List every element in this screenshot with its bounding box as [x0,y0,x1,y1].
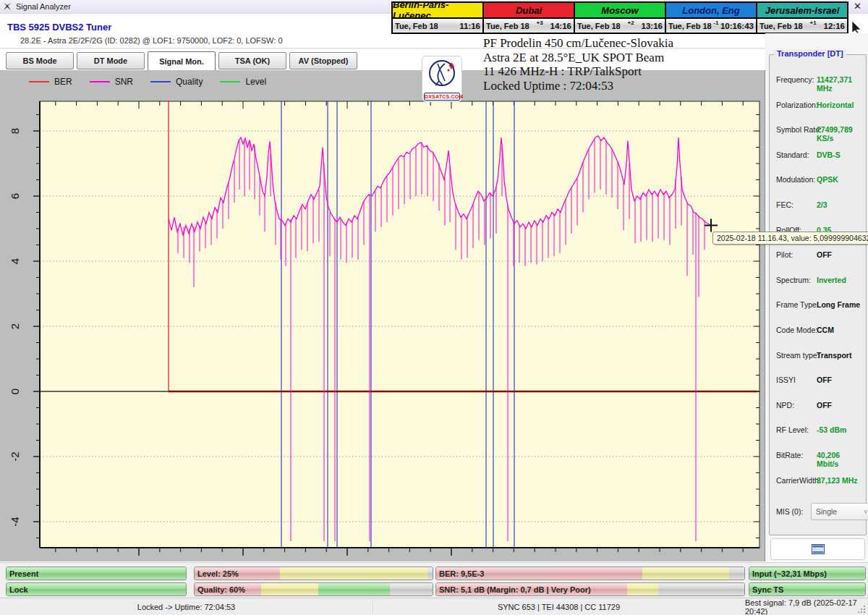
list-icon [812,544,825,554]
field-label: Symbol Rate: [776,125,822,134]
field-label: Stream type: [776,351,820,360]
overlay-line: Locked Uptime : 72:04:53 [483,79,673,93]
bar-lock: Lock [6,582,187,596]
field-label: Frame Type: [776,300,819,309]
bar-segment-yellow [627,583,658,595]
clock-city-label: Berlin-Paris-Lučenec [393,3,482,19]
field-label: FEC: [776,200,793,209]
field-value: OFF [817,376,832,384]
clock-utc-offset: -1 [712,20,720,26]
bar-ber: BER: 9,5E-3 [435,567,745,580]
clock-time: 14:16 [550,22,571,30]
svg-text:-4: -4 [9,517,21,526]
svg-text:4: 4 [9,258,21,264]
bar-segment-green [7,583,186,595]
signal-chart[interactable]: 86420-2-4 [0,70,765,561]
transponder-row: Spectrum:Inverted [776,276,861,284]
transponder-row: FEC:2/3 [776,200,861,209]
transponder-row: Frame Type:Long Frame [776,300,861,309]
tuner-name: TBS 5925 DVBS2 Tuner [7,22,111,33]
bar-label: Sync TS [752,583,783,595]
clock-panel[interactable]: DubaiTue, Feb 18+314:16 [482,1,575,34]
overlay-info: PF Prodelin 450 cm/Lučenec-SlovakiaAstra… [483,36,673,93]
bar-label: Present [9,567,38,580]
status-best-signal: Best signal: 7,9 dB (2025-02-17 20:42) [745,598,868,615]
transponder-row: ISSYIOFF [776,376,861,384]
field-value: 27499,789 KS/s [817,125,861,143]
bar-quality: Quality: 60% [194,582,433,596]
field-label: RF Level: [776,425,809,434]
mis-dropdown[interactable]: Single ∨ [811,503,868,520]
transponder-row: NPD:OFF [776,401,861,410]
chart-tooltip: 2025-02-18 11.16.43, value: 5,0999999046… [712,232,868,245]
field-label: Modulation: [776,175,815,184]
bar-level: Level: 25% [194,567,433,580]
dxsatcs-logo: DXSATCS.COM [422,56,462,102]
clock-date: Tue, Feb 18 [486,22,529,30]
mis-value: Single [816,507,837,516]
chevron-down-icon: ∨ [863,508,868,515]
field-value: OFF [817,250,832,259]
transponder-panel: MIS (0): Single ∨ Frequency:11427,371 MH… [769,54,867,535]
clock-utc-offset: +2 [621,20,642,26]
bar-segment-gray [390,583,433,595]
tab-dt-mode[interactable]: DT Mode [77,52,145,69]
transponder-row: CarrierWidth:37,123 MHz [776,476,861,485]
clock-panel[interactable]: Jerusalem-IsraelTue, Feb 18+112:16 [756,1,848,34]
clock-date: Tue, Feb 18 [577,22,621,30]
field-value: CCM [817,326,834,334]
transponder-row: Code Mode:CCM [776,326,861,334]
app-icon [3,2,12,11]
clock-panel[interactable]: London, EngTue, Feb 18-110:16:43 [665,1,757,34]
clock-panel[interactable]: Berlin-Paris-LučenecTue, Feb 1811:16 [391,1,484,34]
clock-time-row: Tue, Feb 18+112:16 [757,19,847,33]
transponder-row: Symbol Rate:27499,789 KS/s [776,125,861,134]
tab-signal-mon-[interactable]: Signal Mon. [148,51,216,71]
bar-segment-yellow [280,567,427,580]
signal-bars-area: PresentLevel: 25%BER: 9,5E-3Input (~32,3… [0,562,868,598]
transponder-row: Frequency:11427,371 MHz [776,75,861,84]
bar-input: Input (~32,31 Mbps) [749,567,866,580]
clock-time: 13:16 [642,22,663,30]
clock-time-row: Tue, Feb 18-110:16:43 [666,19,756,33]
mis-label: MIS (0): [776,507,803,516]
field-value: 40,206 Mbit/s [817,451,861,468]
transponder-row: BitRate:40,206 Mbit/s [776,451,861,459]
transponder-row: Modulation:QPSK [776,175,861,184]
field-label: ISSYI [776,376,796,384]
bar-segment-green [318,583,390,595]
mis-row: MIS (0): Single ∨ [776,507,861,516]
field-label: BitRate: [776,451,803,459]
status-uptime: Locked -> Uptime: 72:04:53 [0,598,373,615]
tab-tsa-ok-[interactable]: TSA (OK) [218,52,286,69]
bar-segment-yellow [261,583,318,595]
constellation-button[interactable] [770,538,865,560]
field-value: OFF [817,401,832,410]
svg-text:-2: -2 [9,451,21,461]
field-label: Polarization: [776,101,818,109]
overlay-line: PF Prodelin 450 cm/Lučenec-Slovakia [483,36,673,51]
status-bar: Locked -> Uptime: 72:04:53 SYNC 653 | TE… [0,598,868,615]
world-clocks: Berlin-Paris-LučenecTue, Feb 1811:16Duba… [393,1,848,34]
tab-bs-mode[interactable]: BS Mode [6,52,74,69]
clock-date: Tue, Feb 18 [395,22,438,30]
overlay-line: Astra 2E at 28.5°E_UK SPOT Beam [483,51,673,65]
tab-av-stopped-[interactable]: AV (Stopped) [289,52,357,69]
field-value: Transport [817,351,851,360]
clock-city-label: Moscow [575,3,665,19]
resize-grip[interactable] [856,604,867,614]
clock-city-label: London, Eng [666,3,756,19]
clock-panel[interactable]: MoscowTue, Feb 18+213:16 [574,1,666,34]
clock-utc-offset: +3 [529,20,550,26]
bar-segment-gray [658,583,744,595]
transponder-row: Standard:DVB-S [776,150,861,159]
bar-label: Lock [9,583,28,595]
close-icon[interactable]: ✕ [854,1,861,12]
transponder-row: RF Level:-53 dBm [776,425,861,434]
field-label: Frequency: [776,75,814,84]
clock-time-row: Tue, Feb 1811:16 [393,19,482,33]
clock-time-row: Tue, Feb 18+314:16 [484,19,574,33]
transponder-row: Stream type:Transport [776,351,861,360]
field-value: 37,123 MHz [817,476,858,485]
bar-sync: Sync TS [749,582,866,596]
